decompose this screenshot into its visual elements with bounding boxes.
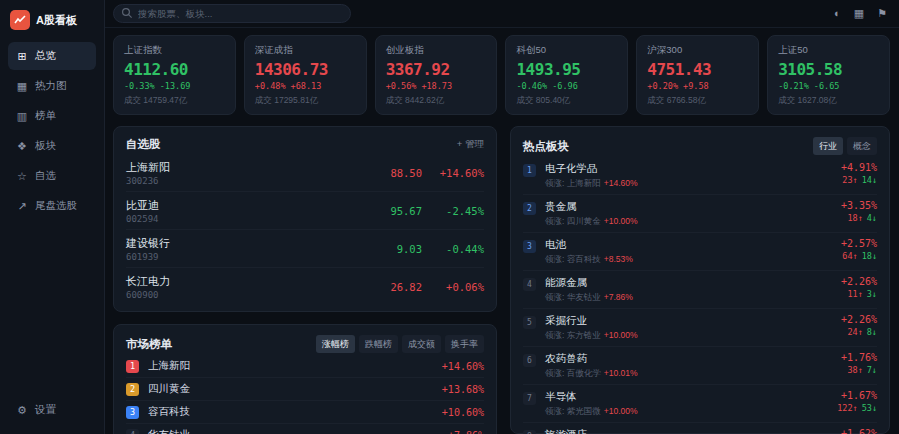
content: 上证指数 4112.60 -0.33%-13.69 成交 14759.47亿 深… xyxy=(105,28,899,434)
rank-badge: 4 xyxy=(126,429,139,434)
stock-change: +0.06% xyxy=(436,281,484,293)
sector-row[interactable]: 1 电子化学品 领涨: 上海新阳+14.60% +4.91% 23↑14↓ xyxy=(523,157,877,195)
sector-rank-badge: 5 xyxy=(523,316,536,329)
sector-rank-badge: 3 xyxy=(523,240,536,253)
bookmark-icon[interactable]: ⚑ xyxy=(877,8,887,19)
index-card-star50[interactable]: 科创50 1493.95 -0.46%-6.96 成交 805.40亿 xyxy=(505,35,628,115)
sidebar-item-late-session[interactable]: ↗ 尾盘选股 xyxy=(8,192,96,220)
index-volume: 成交 1627.08亿 xyxy=(778,95,879,107)
sidebar-item-heatmap[interactable]: ▦ 热力图 xyxy=(8,72,96,100)
sidebar-item-sectors[interactable]: ❖ 板块 xyxy=(8,132,96,160)
topbar-icons: ◐ ▦ ⚑ xyxy=(834,8,887,19)
watchlist-panel: 自选股 + 管理 上海新阳300236 88.50+14.60% 比亚迪0025… xyxy=(113,126,497,312)
search-icon xyxy=(121,7,133,19)
sector-row[interactable]: 6 农药兽药 领涨: 百傲化学+10.01% +1.76% 38↑7↓ xyxy=(523,347,877,385)
leader-stock: 华友钴业 xyxy=(567,292,601,302)
stock-price: 26.82 xyxy=(390,281,422,293)
sector-rank-badge: 1 xyxy=(523,164,536,177)
index-value: 4112.60 xyxy=(124,60,225,79)
sidebar: A股看板 ⊞ 总览 ▦ 热力图 ▥ 榜单 ❖ 板块 ☆ 自选 xyxy=(0,0,105,434)
stock-change: -2.45% xyxy=(436,205,484,217)
sector-rank-badge: 8 xyxy=(523,430,536,434)
sectors-icon: ❖ xyxy=(16,140,28,153)
calendar-icon[interactable]: ▦ xyxy=(854,8,864,19)
leader-stock: 紫光国微 xyxy=(567,406,601,416)
index-value: 3367.92 xyxy=(386,60,487,79)
sector-row[interactable]: 4 能源金属 领涨: 华友钴业+7.86% +2.26% 11↑3↓ xyxy=(523,271,877,309)
index-value: 1493.95 xyxy=(516,60,617,79)
sector-row[interactable]: 2 贵金属 领涨: 四川黄金+10.00% +3.35% 18↑4↓ xyxy=(523,195,877,233)
ranking-icon: ▥ xyxy=(16,110,28,123)
rank-badge: 3 xyxy=(126,406,139,419)
rank-badge: 1 xyxy=(126,360,139,373)
ranking-row[interactable]: 2 四川黄金+13.68% xyxy=(126,378,484,401)
sidebar-item-watchlist[interactable]: ☆ 自选 xyxy=(8,162,96,190)
star-icon: ☆ xyxy=(16,170,28,183)
index-value: 4751.43 xyxy=(647,60,748,79)
watchlist-row[interactable]: 建设银行601939 9.03-0.44% xyxy=(126,230,484,268)
stock-price: 9.03 xyxy=(397,243,422,255)
tab-losers[interactable]: 跌幅榜 xyxy=(359,335,398,353)
topbar: ◐ ▦ ⚑ xyxy=(105,0,899,28)
app-root: A股看板 ⊞ 总览 ▦ 热力图 ▥ 榜单 ❖ 板块 ☆ 自选 xyxy=(0,0,899,434)
sidebar-nav: ⊞ 总览 ▦ 热力图 ▥ 榜单 ❖ 板块 ☆ 自选 ↗ 尾盘选股 xyxy=(8,42,96,220)
index-volume: 成交 805.40亿 xyxy=(516,95,617,107)
stock-price: 88.50 xyxy=(390,167,422,179)
sector-rank-badge: 6 xyxy=(523,354,536,367)
ranking-row[interactable]: 4 华友钴业+7.86% xyxy=(126,424,484,434)
stock-change: -0.44% xyxy=(436,243,484,255)
sector-row[interactable]: 3 电池 领涨: 容百科技+8.53% +2.57% 64↑18↓ xyxy=(523,233,877,271)
ranking-row[interactable]: 3 容百科技+10.60% xyxy=(126,401,484,424)
index-volume: 成交 8442.62亿 xyxy=(386,95,487,107)
app-logo: A股看板 xyxy=(8,8,96,42)
index-volume: 成交 14759.47亿 xyxy=(124,95,225,107)
watchlist-row[interactable]: 上海新阳300236 88.50+14.60% xyxy=(126,154,484,192)
app-title: A股看板 xyxy=(36,13,77,28)
leader-stock: 东方锆业 xyxy=(567,330,601,340)
ranking-title: 市场榜单 xyxy=(126,337,172,352)
manage-watchlist-button[interactable]: + 管理 xyxy=(457,138,484,151)
leader-stock: 容百科技 xyxy=(567,254,601,264)
overview-icon: ⊞ xyxy=(16,50,28,63)
tab-concept[interactable]: 概念 xyxy=(847,137,877,155)
tab-gainers[interactable]: 涨幅榜 xyxy=(316,335,355,353)
watchlist-title: 自选股 xyxy=(126,137,161,152)
sector-row[interactable]: 8 旅游酒店 领涨: 众信旅游+10.05% +1.62% 29↑7↓ xyxy=(523,423,877,434)
stock-change: +14.60% xyxy=(436,167,484,179)
sectors-title: 热点板块 xyxy=(523,139,569,154)
search-bar xyxy=(113,4,351,23)
sector-rank-badge: 7 xyxy=(523,392,536,405)
rank-badge: 2 xyxy=(126,383,139,396)
tab-turnover-rate[interactable]: 换手率 xyxy=(445,335,484,353)
index-card-shenzhen[interactable]: 深证成指 14306.73 +0.48%+68.13 成交 17295.81亿 xyxy=(244,35,367,115)
watchlist-row[interactable]: 比亚迪002594 95.67-2.45% xyxy=(126,192,484,230)
sidebar-item-overview[interactable]: ⊞ 总览 xyxy=(8,42,96,70)
ranking-panel: 市场榜单 涨幅榜 跌幅榜 成交额 换手率 1 上海新阳+14.60% xyxy=(113,324,497,434)
search-input[interactable] xyxy=(113,4,351,23)
leader-stock: 四川黄金 xyxy=(567,216,601,226)
index-card-chinext[interactable]: 创业板指 3367.92 +0.56%+18.73 成交 8442.62亿 xyxy=(375,35,498,115)
index-value: 3105.58 xyxy=(778,60,879,79)
tab-industry[interactable]: 行业 xyxy=(813,137,843,155)
sector-row[interactable]: 7 半导体 领涨: 紫光国微+10.00% +1.67% 122↑53↓ xyxy=(523,385,877,423)
watchlist-row[interactable]: 长江电力600900 26.82+0.06% xyxy=(126,268,484,305)
index-cards: 上证指数 4112.60 -0.33%-13.69 成交 14759.47亿 深… xyxy=(113,35,890,115)
leader-stock: 百傲化学 xyxy=(567,368,601,378)
index-card-sse50[interactable]: 上证50 3105.58 -0.21%-6.65 成交 1627.08亿 xyxy=(767,35,890,115)
index-value: 14306.73 xyxy=(255,60,356,79)
trend-arrow-icon: ↗ xyxy=(16,200,28,213)
sector-rank-badge: 4 xyxy=(523,278,536,291)
ranking-row[interactable]: 1 上海新阳+14.60% xyxy=(126,355,484,378)
heatmap-icon: ▦ xyxy=(16,80,28,93)
logo-chart-icon xyxy=(10,10,30,30)
gear-icon: ⚙ xyxy=(16,404,28,417)
sidebar-item-ranking[interactable]: ▥ 榜单 xyxy=(8,102,96,130)
hot-sectors-panel: 热点板块 行业 概念 1 电子化学品 领涨: 上海新阳+14.60% +4.91… xyxy=(510,126,890,434)
sidebar-item-settings[interactable]: ⚙ 设置 xyxy=(8,396,96,424)
sector-row[interactable]: 5 采掘行业 领涨: 东方锆业+10.00% +2.26% 24↑8↓ xyxy=(523,309,877,347)
index-card-csi300[interactable]: 沪深300 4751.43 +0.20%+9.58 成交 6766.58亿 xyxy=(636,35,759,115)
tab-turnover[interactable]: 成交额 xyxy=(402,335,441,353)
theme-toggle-icon[interactable]: ◐ xyxy=(834,8,841,19)
stock-price: 95.67 xyxy=(390,205,422,217)
index-card-shanghai[interactable]: 上证指数 4112.60 -0.33%-13.69 成交 14759.47亿 xyxy=(113,35,236,115)
